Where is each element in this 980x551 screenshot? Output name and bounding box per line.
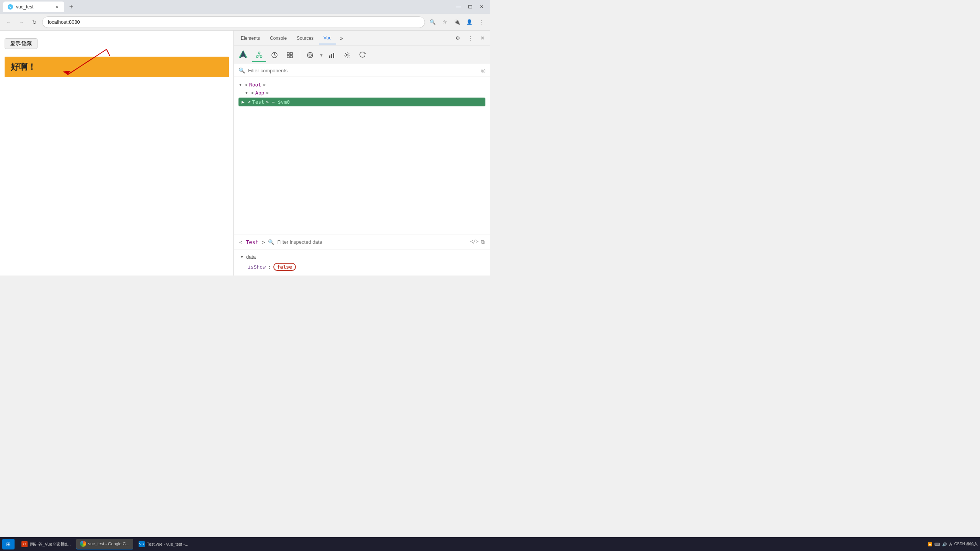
search-icon[interactable]: 🔍 xyxy=(427,17,438,28)
tree-app[interactable]: ▼ < App > xyxy=(238,89,485,97)
tab-console[interactable]: Console xyxy=(265,32,291,44)
vue-performance-tool[interactable] xyxy=(325,48,339,62)
tab-favicon: V xyxy=(8,4,13,10)
browser-window: V vue_test ✕ + — ⧠ ✕ ← → ↻ localhost:808… xyxy=(0,0,490,276)
svg-point-7 xyxy=(260,55,262,57)
devtools-settings-icon[interactable]: ⚙ xyxy=(452,33,463,44)
devtools-panel: Elements Console Sources Vue » ⚙ ⋮ ✕ xyxy=(234,31,490,276)
data-value: false xyxy=(273,263,296,271)
data-key: isShow xyxy=(248,264,266,270)
inspector-icons: </> ⧉ xyxy=(470,239,485,245)
bookmark-icon[interactable]: ☆ xyxy=(439,17,450,28)
banner-text: 好啊！ xyxy=(11,62,36,72)
inspector-panel: < Test > 🔍 </> ⧉ ▼ xyxy=(234,235,490,276)
root-component-name: Root xyxy=(249,82,261,88)
more-tabs-button[interactable]: » xyxy=(337,32,346,44)
vue-refresh-tool[interactable] xyxy=(356,48,369,62)
window-controls: — ⧠ ✕ xyxy=(453,2,487,12)
tree-root[interactable]: ▼ < Root > xyxy=(238,81,485,89)
data-section-label: data xyxy=(246,254,256,260)
vue-router-tool[interactable] xyxy=(303,48,317,62)
vue-components-tool[interactable] xyxy=(252,48,266,62)
svg-line-10 xyxy=(259,55,261,56)
svg-point-24 xyxy=(346,54,348,56)
app-component-name: App xyxy=(255,90,264,96)
profile-icon[interactable]: 👤 xyxy=(464,17,475,28)
minimize-button[interactable]: — xyxy=(453,2,464,12)
svg-rect-22 xyxy=(331,54,332,58)
devtools-tabs: Elements Console Sources Vue » ⚙ ⋮ ✕ xyxy=(234,31,490,46)
inspector-header: < Test > 🔍 </> ⧉ xyxy=(234,235,490,249)
orange-banner: 好啊！ xyxy=(5,57,229,77)
data-section: ▼ data isShow : false xyxy=(234,249,490,276)
vue-plugins-tool[interactable] xyxy=(283,48,297,62)
svg-point-6 xyxy=(256,55,258,57)
main-content: 显示/隐藏 好啊！ Elements Console xyxy=(0,31,490,276)
inspector-component-label: < Test > xyxy=(239,239,265,245)
filter-search-icon: 🔍 xyxy=(238,67,245,73)
vue-settings-tool[interactable] xyxy=(340,48,354,62)
address-input[interactable]: localhost:8080 xyxy=(42,16,425,28)
vue-timeline-tool[interactable] xyxy=(268,48,281,62)
inspector-filter-input[interactable] xyxy=(277,239,467,245)
svg-line-2 xyxy=(106,49,110,56)
tree-test[interactable]: ▶ < Test > = $vm0 xyxy=(238,98,485,106)
reload-button[interactable]: ↻ xyxy=(29,17,40,28)
tab-sources[interactable]: Sources xyxy=(292,32,318,44)
data-section-arrow-icon: ▼ xyxy=(240,255,244,259)
svg-point-5 xyxy=(258,52,260,54)
more-icon[interactable]: ⋮ xyxy=(476,17,487,28)
svg-rect-15 xyxy=(290,52,292,55)
component-filter-input[interactable] xyxy=(248,68,478,73)
test-arrow-icon: ▶ xyxy=(242,100,246,104)
tab-vue[interactable]: Vue xyxy=(319,32,336,44)
svg-rect-23 xyxy=(333,53,334,58)
tab-title: vue_test xyxy=(16,4,33,10)
svg-rect-16 xyxy=(287,55,289,58)
devtools-more-icon[interactable]: ⋮ xyxy=(465,33,475,44)
filter-settings-icon[interactable]: ◎ xyxy=(481,67,485,73)
component-tree: ▼ < Root > ▼ < App > ▶ < Test xyxy=(234,77,490,235)
toolbar-icons: 🔍 ☆ 🔌 👤 ⋮ xyxy=(427,17,487,28)
tab-close-button[interactable]: ✕ xyxy=(54,4,60,10)
inspector-open-icon[interactable]: ⧉ xyxy=(481,239,485,245)
app-arrow-icon: ▼ xyxy=(245,91,249,95)
inspector-search-icon: 🔍 xyxy=(268,239,274,245)
router-dropdown-icon[interactable]: ▼ xyxy=(319,53,323,57)
extension-icon[interactable]: 🔌 xyxy=(452,17,462,28)
url-display: localhost:8080 xyxy=(48,19,80,25)
vue-logo xyxy=(237,49,249,61)
close-button[interactable]: ✕ xyxy=(476,2,487,12)
show-hide-button[interactable]: 显示/隐藏 xyxy=(5,38,38,49)
address-bar: ← → ↻ localhost:8080 🔍 ☆ 🔌 👤 ⋮ xyxy=(0,14,490,31)
vue-toolbar: ▼ xyxy=(234,46,490,64)
svg-rect-17 xyxy=(290,55,292,58)
forward-button[interactable]: → xyxy=(16,17,27,28)
svg-point-19 xyxy=(309,54,311,56)
svg-rect-21 xyxy=(329,55,330,58)
component-filter: 🔍 ◎ xyxy=(234,64,490,77)
title-bar: V vue_test ✕ + — ⧠ ✕ xyxy=(0,0,490,14)
vue-toolbar-separator xyxy=(300,51,300,60)
vue-devtools: ▼ xyxy=(234,46,490,276)
data-item-isshow: isShow : false xyxy=(240,263,484,271)
page-content: 显示/隐藏 好啊！ xyxy=(0,31,234,276)
devtools-close-icon[interactable]: ✕ xyxy=(477,33,488,44)
tab-elements[interactable]: Elements xyxy=(236,32,265,44)
browser-tab[interactable]: V vue_test ✕ xyxy=(3,2,64,12)
svg-rect-14 xyxy=(287,52,289,55)
new-tab-button[interactable]: + xyxy=(66,2,77,12)
inspector-code-icon[interactable]: </> xyxy=(470,239,479,245)
back-button[interactable]: ← xyxy=(3,17,14,28)
root-arrow-icon: ▼ xyxy=(238,83,243,87)
maximize-button[interactable]: ⧠ xyxy=(465,2,475,12)
test-component-var: $vm0 xyxy=(278,99,290,105)
test-component-name: Test xyxy=(252,99,264,105)
svg-line-9 xyxy=(257,55,259,56)
data-section-header[interactable]: ▼ data xyxy=(240,254,484,260)
devtools-right-icons: ⚙ ⋮ ✕ xyxy=(452,33,488,44)
